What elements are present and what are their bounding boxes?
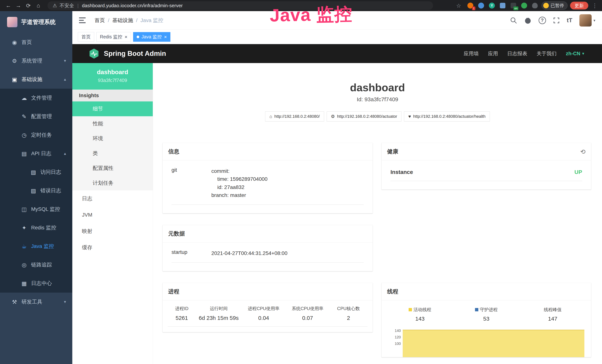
extension-icon[interactable]	[499, 1, 507, 10]
sba-nav-wallboard[interactable]: 应用墙	[464, 50, 479, 57]
sidebar-item-api-logs[interactable]: ▤API 日志▴	[0, 144, 72, 163]
instance-id-line: Id: 93a3fc7f7409	[153, 96, 602, 103]
address-bar[interactable]: ⚠ 不安全 | dashboard.yudao.iocoder.cn/infra…	[47, 1, 433, 10]
github-icon[interactable]	[524, 17, 532, 24]
sba-item-mappings[interactable]: 映射	[72, 223, 153, 239]
legend-live-threads: 活动线程 143	[387, 307, 453, 322]
tag-java-monitor[interactable]: Java 监控×	[133, 32, 170, 42]
chrome-update-button[interactable]: 更新	[570, 2, 588, 10]
extension-icon[interactable]: 1	[466, 1, 474, 10]
sba-nav-about[interactable]: 关于我们	[537, 50, 557, 57]
fullscreen-icon[interactable]	[553, 17, 560, 24]
sidebar-menu: ◉首页 ⚙系统管理▾ ▣基础设施▴ ☁文件管理 ✎配置管理 ◷定时任务 ▤API…	[0, 33, 72, 311]
sidebar-item-config-management[interactable]: ✎配置管理	[0, 107, 72, 126]
health-url-button[interactable]: ♥http://192.168.0.2:48080/actuator/healt…	[404, 111, 490, 121]
extension-on-badge: on	[513, 7, 518, 10]
bookmark-star-icon[interactable]: ☆	[454, 1, 464, 10]
chevron-down-icon: ▾	[64, 58, 66, 63]
extension-icon[interactable]: Y	[488, 1, 496, 10]
sidebar-item-file-management[interactable]: ☁文件管理	[0, 89, 72, 107]
threads-card: 线程 活动线程 143 守护进程 53	[382, 283, 591, 357]
sba-item-classes[interactable]: 类	[72, 146, 153, 161]
sidebar-item-java-monitor[interactable]: ☕Java 监控	[0, 237, 72, 256]
info-row-git: git commit: time: 1596289704000 id: 27aa…	[172, 167, 364, 205]
sba-item-logs[interactable]: 日志	[72, 191, 153, 207]
extension-icon[interactable]	[477, 1, 485, 10]
sidebar-item-home[interactable]: ◉首页	[0, 33, 72, 52]
sidebar-item-scheduled-tasks[interactable]: ◷定时任务	[0, 126, 72, 144]
refresh-icon[interactable]: ⟳	[23, 1, 33, 10]
sidebar-item-tracing[interactable]: ◎链路追踪	[0, 256, 72, 274]
search-icon[interactable]	[510, 17, 517, 24]
sba-nav-journal[interactable]: 日志报表	[507, 50, 527, 57]
app-title: 芋道管理系统	[21, 18, 56, 26]
chevron-down-icon: ▾	[64, 300, 66, 304]
health-card-title: 健康	[387, 148, 398, 155]
sba-item-jvm[interactable]: JVM	[72, 207, 153, 223]
extension-icon[interactable]	[531, 1, 539, 10]
sidebar-item-infrastructure[interactable]: ▣基础设施▴	[0, 70, 72, 89]
cards-grid: 信息 git commit: time: 1596289704000 id: 2…	[163, 143, 602, 357]
metadata-card-title: 元数据	[168, 230, 185, 237]
app-logo	[7, 17, 17, 27]
breadcrumb-home[interactable]: 首页	[95, 17, 105, 24]
health-instance-label: Instance	[390, 169, 413, 175]
sba-item-config-props[interactable]: 配置属性	[72, 161, 153, 176]
chrome-menu-icon[interactable]: ⋮	[591, 2, 599, 9]
home-icon[interactable]: ⌂	[33, 1, 43, 10]
actuator-url-button[interactable]: ⚙http://192.168.0.2:48080/actuator	[327, 111, 402, 121]
sba-nav-applications[interactable]: 应用	[488, 50, 498, 57]
extension-badge: 1	[472, 7, 475, 10]
info-card-title: 信息	[168, 148, 179, 155]
sba-section-insights: Insights	[72, 90, 153, 101]
info-value: commit: time: 1596289704000 id: 27aa832 …	[211, 167, 268, 199]
metadata-card: 元数据 startup 2021-04-27T00:44:31.254+08:0…	[163, 225, 373, 271]
forward-icon[interactable]: →	[13, 1, 23, 10]
sidebar-item-error-logs[interactable]: ▨错误日志	[0, 181, 72, 200]
edit-icon: ✎	[19, 113, 29, 120]
breadcrumb-infrastructure[interactable]: 基础设施	[112, 17, 133, 24]
font-size-icon[interactable]: tT	[567, 17, 572, 24]
status-badge: UP	[574, 169, 582, 175]
sba-item-environment[interactable]: 环境	[72, 131, 153, 146]
heart-icon: ♥	[408, 114, 411, 119]
sidebar-item-access-logs[interactable]: ▧访问日志	[0, 163, 72, 181]
address-separator: |	[76, 3, 79, 9]
process-table: 进程ID 运行时间 进程CPU使用率 系统CPU使用率 CPU核心数 5261 …	[168, 304, 367, 327]
extension-icon[interactable]	[520, 1, 528, 10]
sidebar-item-redis-monitor[interactable]: ✦Redis 监控	[0, 218, 72, 237]
close-icon[interactable]: ×	[125, 34, 127, 39]
chart-y-axis: 140 120 100	[387, 327, 403, 357]
process-header-row: 进程ID 运行时间 进程CPU使用率 系统CPU使用率 CPU核心数	[168, 304, 367, 313]
hamburger-icon[interactable]	[79, 17, 87, 24]
back-icon[interactable]: ←	[3, 1, 13, 10]
log-error-icon: ▨	[29, 187, 38, 194]
sidebar-item-log-center[interactable]: ▦日志中心	[0, 274, 72, 293]
sba-item-caches[interactable]: 缓存	[72, 239, 153, 256]
sidebar-item-dev-tools[interactable]: ⚒研发工具▾	[0, 293, 72, 311]
tools-icon: ⚒	[10, 299, 19, 305]
user-avatar[interactable]: ▾	[579, 14, 595, 27]
legend-swatch-blue	[475, 308, 478, 311]
sba-item-metrics[interactable]: 性能	[72, 116, 153, 131]
threads-chart: 140 120 100	[387, 327, 586, 357]
tag-redis-monitor[interactable]: Redis 监控×	[97, 32, 131, 42]
help-icon[interactable]: ?	[538, 17, 546, 24]
extension-icon[interactable]: on	[509, 1, 517, 10]
sba-item-scheduled[interactable]: 计划任务	[72, 176, 153, 191]
instance-id: 93a3fc7f7409	[74, 77, 151, 83]
profile-paused-badge[interactable]: 已暂停	[542, 1, 568, 10]
chrome-right-cluster: ☆ 1 Y on 已暂停 更新 ⋮	[454, 1, 599, 10]
sba-instance-block[interactable]: dashboard 93a3fc7f7409	[72, 63, 153, 90]
sidebar-item-mysql-monitor[interactable]: ◫MySQL 监控	[0, 200, 72, 218]
sidebar-item-system[interactable]: ⚙系统管理▾	[0, 52, 72, 70]
sba-item-details[interactable]: 细节	[72, 101, 153, 116]
chart-area-series	[403, 330, 584, 357]
close-icon[interactable]: ×	[164, 34, 167, 39]
service-url-button[interactable]: ⌂http://192.168.0.2:48080/	[265, 111, 324, 121]
history-icon[interactable]: ⟲	[580, 148, 586, 155]
sba-brand[interactable]: Spring Boot Admin	[89, 48, 166, 59]
tag-home[interactable]: 首页	[78, 32, 94, 42]
sba-main: dashboard Id: 93a3fc7f7409 ⌂http://192.1…	[153, 63, 602, 364]
sba-language-select[interactable]: zh-CN▾	[566, 51, 584, 57]
